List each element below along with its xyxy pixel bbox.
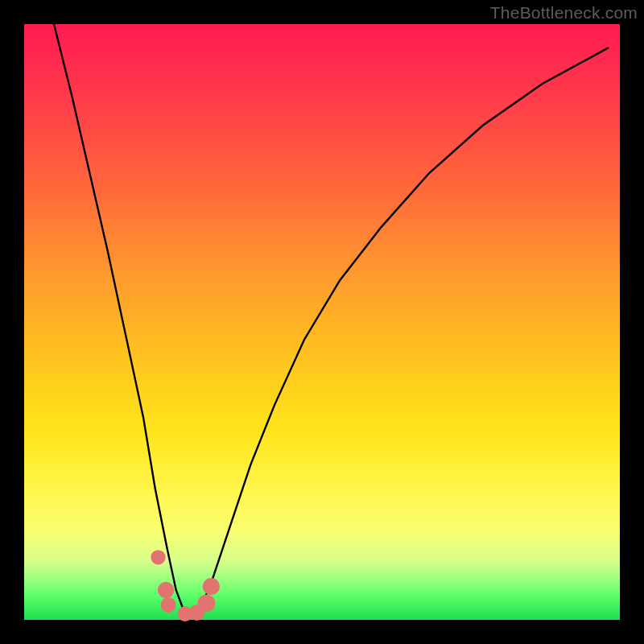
plot-gradient-background xyxy=(24,24,620,620)
chart-frame: TheBottleneck.com xyxy=(0,0,644,644)
watermark-text: TheBottleneck.com xyxy=(490,3,638,23)
